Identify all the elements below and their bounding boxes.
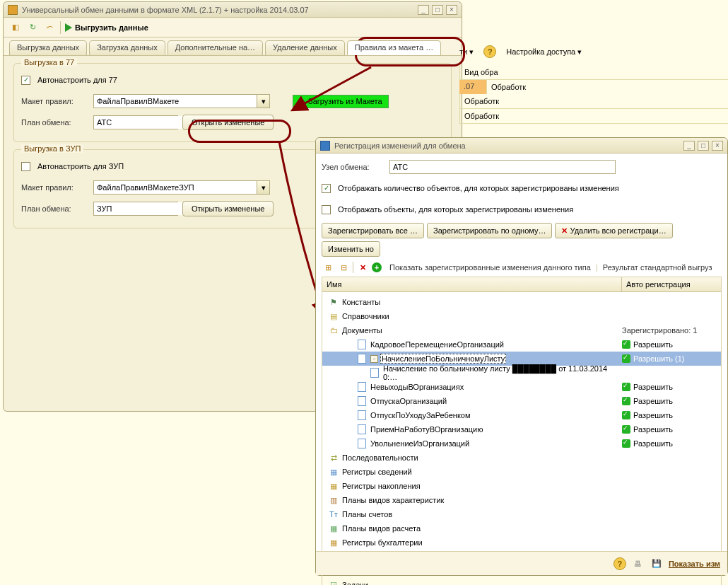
tree-node[interactable]: НевыходыВОрганизацияхРазрешить [322,380,721,394]
node-label: Константы [342,298,622,306]
tree-node[interactable]: ⚑Константы [322,295,721,309]
tree-node[interactable]: 🗀ДокументыЗарегистрировано: 1 [322,323,721,337]
toggle-icon[interactable]: ◧ [9,21,22,34]
tree-node[interactable]: ☑Задачи [322,578,721,585]
refresh-icon[interactable]: ↻ [26,21,39,34]
close-button[interactable]: × [712,141,723,151]
node-icon: Tт [328,509,339,519]
show-count-checkbox[interactable] [322,184,331,193]
tree-node[interactable]: УвольнениеИзОрганизацийРазрешить [322,436,721,451]
node-icon: ▥ [328,495,339,505]
export-button[interactable]: Выгрузить данные [65,23,148,32]
node-icon: ▦ [328,523,339,533]
plan77-combo[interactable]: … × [93,115,178,129]
tree-node[interactable]: ОтпускаОрганизацийРазрешить [322,394,721,408]
menu-item[interactable]: ти ▾ [459,47,474,57]
maket77-input[interactable] [94,95,257,108]
app-icon [320,141,330,151]
window-title: Универсальный обмен данными в формате XM… [22,6,418,14]
node-autoreg: Разрешить (1) [622,354,718,363]
register-all-button[interactable]: Зарегистрировать все … [322,223,424,238]
result-export-link[interactable]: Результат стандартной выгруз [603,263,712,272]
planzup-combo[interactable]: … × [93,202,178,216]
maketzup-input[interactable] [94,181,257,194]
play-icon [65,23,72,32]
tree-node[interactable]: ▤Справочники [322,309,721,323]
show-objects-checkbox[interactable] [322,205,331,214]
node-label: Узел обмена: [322,163,385,171]
open-changeszup-button[interactable]: Открыть измененые [182,201,274,216]
autozup-checkbox[interactable] [21,162,30,171]
node-autoreg: Разрешить [622,383,718,391]
tree-node[interactable]: ▦Планы видов расчета [322,521,721,535]
node-icon [356,424,368,434]
node-icon: ▦ [328,538,339,548]
tree-node[interactable]: ▦Регистры бухгалтерии [322,535,721,550]
auto77-checkbox[interactable] [21,76,30,85]
tree-node[interactable]: ▦Регистры сведений [322,465,721,479]
print-icon[interactable]: 🖶 [632,557,645,570]
minimize-button[interactable]: _ [683,141,695,151]
minimize-button[interactable]: _ [418,5,429,15]
save-icon[interactable]: 💾 [650,557,663,570]
tree-node[interactable]: ▦Регистры накопления [322,479,721,493]
open-changes77-button[interactable]: Открыть измененые [182,115,274,130]
group-77-title: Выгрузка в 77 [21,58,77,66]
tab-rules-from-template[interactable]: Правила из макета … [347,40,441,55]
help-icon[interactable]: ? [613,557,626,570]
tab-delete[interactable]: Удаление данных [265,40,345,55]
node-icon: ▤ [328,311,339,321]
node-autoreg: Разрешить [622,411,718,419]
tree-collapse-icon[interactable]: ⊟ [337,261,350,274]
node-autoreg: Разрешить [622,340,718,349]
maximize-button[interactable]: □ [698,141,709,151]
load-from-template-button[interactable]: ⟳ Загрузить из Макета [293,95,389,108]
node-label: ПриемНаРаботуВОрганизацию [370,425,622,434]
tree-expand-icon[interactable]: ⊞ [322,261,334,274]
menu-access[interactable]: Настройка доступа ▾ [506,47,582,57]
node-combo[interactable] [389,160,616,174]
tab-row: Выгрузка данных Загрузка данных Дополнит… [4,37,462,56]
change-num-button[interactable]: Изменить но [322,241,380,257]
help-icon[interactable]: ? [483,45,496,58]
maximize-button[interactable]: □ [432,5,443,15]
node-label: Регистры сведений [342,468,622,476]
node-autoreg: Разрешить [622,397,718,405]
tree-node[interactable]: ⇄Последовательности [322,451,721,465]
footer-show-changes-link[interactable]: Показать изм [669,560,720,568]
selected-row[interactable]: .07 [459,80,486,94]
node-icon: ⚑ [328,297,339,307]
node-icon [369,368,380,378]
tree-node[interactable]: TтПланы счетов [322,507,721,521]
tab-export[interactable]: Выгрузка данных [9,40,87,55]
show-registered-link[interactable]: Показать зарегистрированные изменения да… [389,263,591,272]
add-icon[interactable]: + [372,262,382,272]
icon-toolbar: ⊞ ⊟ ✕ + Показать зарегистрированные изме… [322,261,722,274]
tree-node[interactable]: КадровоеПеремещениеОрганизацийРазрешить [322,337,721,352]
delete-icon[interactable]: ✕ [356,261,369,274]
node-autoreg: Разрешить [622,439,718,448]
node-label: Задачи [342,581,622,585]
dropdown-icon[interactable]: ▾ [257,95,269,108]
cancel-icon[interactable]: ⤺ [43,21,56,34]
maket77-combo[interactable]: ▾ [93,94,270,108]
node-label: Регистры бухгалтерии [342,538,622,547]
tree-node[interactable]: ПриемНаРаботуВОрганизациюРазрешить [322,422,721,436]
tree-node[interactable]: Начисление по больничному листу ████████… [322,366,721,380]
node-input[interactable] [390,161,615,173]
footer: ? 🖶 💾 Показать изм [316,551,727,575]
maketzup-combo[interactable]: ▾ [93,180,270,195]
tree-node[interactable]: -НачислениеПоБольничномуЛистуРазрешить (… [322,352,721,366]
group-zup-title: Выгрузка в ЗУП [21,144,83,153]
node-label: КадровоеПеремещениеОрганизаций [370,340,622,349]
dropdown-icon[interactable]: ▾ [257,181,269,194]
node-icon [356,340,368,349]
tree-node[interactable]: ОтпускПоУходуЗаРебенкомРазрешить [322,408,721,422]
close-button[interactable]: × [446,5,457,15]
tab-import[interactable]: Загрузка данных [89,40,165,55]
tree-node[interactable]: ▥Планы видов характеристик [322,493,721,507]
delete-all-reg-button[interactable]: ✕ Удалить всю регистраци… [555,223,672,238]
register-one-button[interactable]: Зарегистрировать по одному… [427,223,552,238]
node-icon: 🗀 [328,325,339,335]
tab-extra[interactable]: Дополнительные на… [168,40,263,55]
